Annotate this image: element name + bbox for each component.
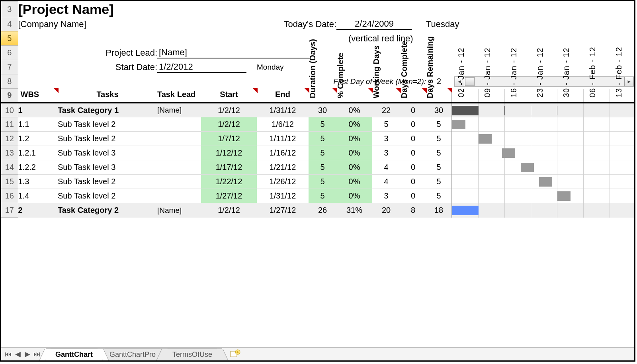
cell-wbs[interactable]: 1.3 xyxy=(18,175,58,189)
gantt-cell[interactable] xyxy=(478,160,504,175)
cell-start[interactable]: 1/2/12 xyxy=(201,103,257,117)
row-3[interactable]: 3 [Project Name] xyxy=(1,2,635,17)
col-pct-complete[interactable]: % Complete xyxy=(336,89,372,103)
cell-start[interactable]: 1/2/12 xyxy=(201,203,257,218)
row-header[interactable]: 16 xyxy=(1,189,18,203)
cell-days-remaining[interactable]: 5 xyxy=(426,160,452,175)
cell-days-remaining[interactable]: 5 xyxy=(426,117,452,132)
col-tasks[interactable]: Tasks xyxy=(58,89,157,103)
cell-days-remaining[interactable]: 5 xyxy=(426,175,452,189)
cell-days-remaining[interactable]: 5 xyxy=(426,189,452,203)
cell-days-remaining[interactable]: 5 xyxy=(426,146,452,160)
gantt-cell[interactable] xyxy=(557,189,583,203)
gantt-cell[interactable] xyxy=(478,189,504,203)
scroll-thumb[interactable] xyxy=(465,77,475,86)
cell-duration[interactable]: 5 xyxy=(309,117,336,132)
gantt-cell[interactable] xyxy=(452,175,478,189)
sheet-tab-bar[interactable]: ⏮ ◀ ▶ ⏭ GanttChartGanttChartProTermsOfUs… xyxy=(1,347,634,360)
cell-days-complete[interactable]: 0 xyxy=(400,132,426,146)
cell-end[interactable]: 1/31/12 xyxy=(257,189,309,203)
row-header[interactable]: 17 xyxy=(1,203,18,218)
gantt-cell[interactable] xyxy=(583,117,610,132)
cell-start[interactable]: 1/27/12 xyxy=(201,189,257,203)
tab-nav-next[interactable]: ▶ xyxy=(23,350,32,358)
sheet-tab[interactable]: GanttChartPro xyxy=(100,348,165,360)
cell-pct[interactable]: 0% xyxy=(336,103,372,117)
project-lead[interactable]: [Name] xyxy=(157,46,309,60)
gantt-cell[interactable] xyxy=(478,132,504,146)
gantt-cell[interactable] xyxy=(583,160,610,175)
cell-end[interactable]: 1/26/12 xyxy=(257,175,309,189)
row-header[interactable]: 15 xyxy=(1,175,18,189)
gantt-cell[interactable] xyxy=(531,189,557,203)
cell-days-complete[interactable]: 0 xyxy=(400,175,426,189)
cell-end[interactable]: 1/11/12 xyxy=(257,132,309,146)
cell-wbs[interactable]: 1.2.1 xyxy=(18,146,58,160)
table-row[interactable]: 121.2Sub Task level 21/7/121/11/1250%305 xyxy=(1,132,635,146)
cell-days-remaining[interactable]: 30 xyxy=(426,103,452,117)
row-header[interactable]: 11 xyxy=(1,117,18,132)
cell-working-days[interactable]: 22 xyxy=(372,103,400,117)
gantt-cell[interactable] xyxy=(478,117,504,132)
cell-duration[interactable]: 5 xyxy=(309,189,336,203)
row-header[interactable]: 12 xyxy=(1,132,18,146)
cell-duration[interactable]: 30 xyxy=(309,103,336,117)
gantt-cell[interactable] xyxy=(610,103,635,117)
row-4[interactable]: 4 [Company Name] Today's Date: 2/24/2009… xyxy=(1,17,635,31)
cell-end[interactable]: 1/27/12 xyxy=(257,203,309,218)
cell-task[interactable]: Sub Task level 3 xyxy=(58,146,157,160)
gantt-cell[interactable] xyxy=(557,146,583,160)
cell-duration[interactable]: 5 xyxy=(309,132,336,146)
cell-start[interactable]: 1/22/12 xyxy=(201,175,257,189)
row-header[interactable]: 14 xyxy=(1,160,18,175)
cell-lead[interactable] xyxy=(157,117,201,132)
cell-lead[interactable] xyxy=(157,189,201,203)
col-week-1[interactable]: 09 - Jan - 12 xyxy=(478,89,504,103)
cell-days-complete[interactable]: 0 xyxy=(400,117,426,132)
gantt-cell[interactable] xyxy=(583,175,610,189)
gantt-cell[interactable] xyxy=(452,117,478,132)
row-header[interactable]: 7 xyxy=(1,60,18,74)
row-header[interactable]: 4 xyxy=(1,17,18,31)
gantt-cell[interactable] xyxy=(504,117,531,132)
tab-nav-last[interactable]: ⏭ xyxy=(33,350,41,358)
cell-days-complete[interactable]: 0 xyxy=(400,189,426,203)
gantt-cell[interactable] xyxy=(610,203,635,218)
row-header[interactable]: 6 xyxy=(1,46,18,60)
row-header[interactable]: 3 xyxy=(1,2,18,17)
cell-days-complete[interactable]: 8 xyxy=(400,203,426,218)
gantt-cell[interactable] xyxy=(557,132,583,146)
table-row[interactable]: 141.2.2Sub Task level 31/17/121/21/1250%… xyxy=(1,160,635,175)
sheet-tab[interactable]: GanttChart xyxy=(46,348,102,360)
sheet-tab[interactable]: TermsOfUse xyxy=(163,348,222,360)
gantt-cell[interactable] xyxy=(478,146,504,160)
start-date[interactable]: 1/2/2012 xyxy=(157,60,257,74)
tab-nav-first[interactable]: ⏮ xyxy=(4,350,13,358)
col-week-5[interactable]: 06 - Feb - 12 xyxy=(583,89,610,103)
col-end[interactable]: End xyxy=(257,89,309,103)
cell-pct[interactable]: 0% xyxy=(336,132,372,146)
cell-pct[interactable]: 0% xyxy=(336,189,372,203)
cell-start[interactable]: 1/7/12 xyxy=(201,132,257,146)
gantt-cell[interactable] xyxy=(531,203,557,218)
cell-lead[interactable]: [Name] xyxy=(157,203,201,218)
cell-task[interactable]: Sub Task level 3 xyxy=(58,160,157,175)
col-days-remaining[interactable]: Days Remaining xyxy=(426,89,452,103)
cell-lead[interactable] xyxy=(157,160,201,175)
table-row[interactable]: 161.4Sub Task level 21/27/121/31/1250%30… xyxy=(1,189,635,203)
row-header[interactable]: 13 xyxy=(1,146,18,160)
row-header[interactable]: 10 xyxy=(1,103,18,117)
cell-working-days[interactable]: 5 xyxy=(372,117,400,132)
cell-pct[interactable]: 31% xyxy=(336,203,372,218)
gantt-cell[interactable] xyxy=(610,117,635,132)
row-header-selected[interactable]: 5 xyxy=(1,31,18,46)
gantt-cell[interactable] xyxy=(610,132,635,146)
cell-end[interactable]: 1/6/12 xyxy=(257,117,309,132)
cell-lead[interactable] xyxy=(157,132,201,146)
gantt-cell[interactable] xyxy=(531,103,557,117)
cell-wbs[interactable]: 1.4 xyxy=(18,189,58,203)
cell-lead[interactable]: [Name] xyxy=(157,103,201,117)
table-row[interactable]: 151.3Sub Task level 21/22/121/26/1250%40… xyxy=(1,175,635,189)
gantt-cell[interactable] xyxy=(452,189,478,203)
gantt-cell[interactable] xyxy=(452,132,478,146)
